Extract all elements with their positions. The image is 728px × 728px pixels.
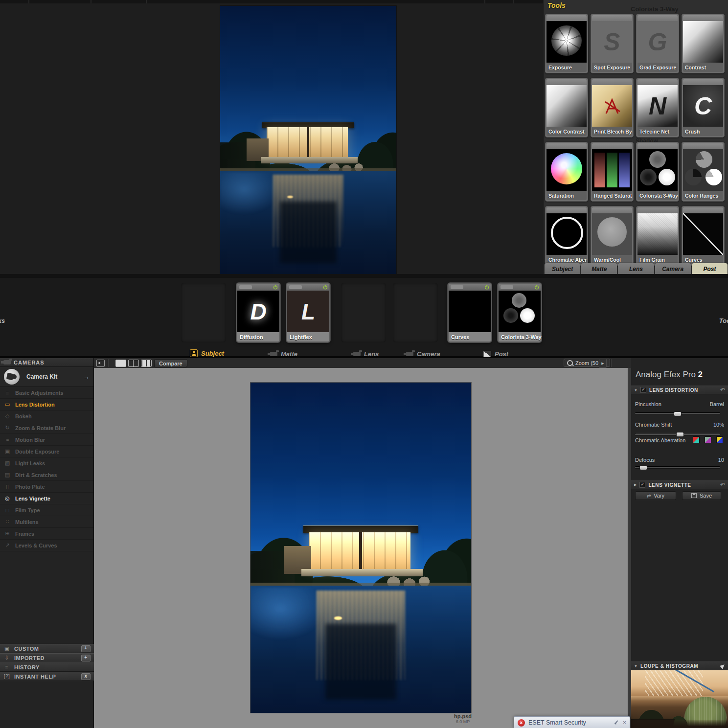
pin-icon[interactable] <box>614 720 619 725</box>
tool-tile-color-contrast[interactable]: Color Contrast <box>545 78 588 137</box>
bleach-bypass-icon <box>592 85 632 127</box>
reset-icon[interactable]: ↶ <box>720 387 725 393</box>
tab-post[interactable]: Post <box>692 263 728 274</box>
sidebar-item-light-leaks[interactable]: Light Leaks <box>0 457 93 469</box>
sidebar-item-double-exposure[interactable]: Double Exposure <box>0 446 93 457</box>
split-view-icon[interactable] <box>128 360 139 367</box>
yellow-blue-swatch[interactable] <box>716 436 723 443</box>
chain-tile-colorista[interactable]: Colorista 3-Way <box>498 283 542 342</box>
tool-tile-print-bleach-bypass[interactable]: Print Bleach Bypass <box>591 78 634 137</box>
cursor-pin-icon[interactable] <box>720 663 726 669</box>
tool-tile-chromatic-aberration[interactable]: Chromatic Aberration <box>545 206 588 266</box>
chain-tile-lightflex[interactable]: L Lightflex <box>286 283 330 342</box>
enabled-checkbox[interactable]: ✓ <box>640 387 646 393</box>
sidebar-item-basic-adjustments[interactable]: Basic Adjustments <box>0 387 93 399</box>
custom-section-bar[interactable]: CUSTOM + <box>0 644 94 653</box>
editor-canvas[interactable]: hp.psd 6.0 MP <box>94 368 628 728</box>
tab-camera[interactable]: Camera <box>655 263 691 274</box>
chain-tile-curves[interactable]: Curves <box>448 283 492 342</box>
collapse-arrow-icon[interactable]: ▼ <box>634 388 637 392</box>
arrow-right-icon[interactable]: → <box>83 373 90 381</box>
collapsed-arrow-icon[interactable]: ▶ <box>634 483 637 487</box>
vary-button[interactable]: ⇄ Vary <box>635 491 676 500</box>
tab-lens[interactable]: Lens <box>618 263 654 274</box>
tool-tile-curves[interactable]: Curves <box>682 206 725 266</box>
sidebar-item-film-type[interactable]: Film Type <box>0 504 93 516</box>
tool-tile-spot-exposure[interactable]: S Spot Exposure <box>591 14 634 73</box>
strip-tab-lens[interactable]: Lens <box>353 350 379 358</box>
letter-l-icon: L <box>287 291 329 332</box>
plate-icon <box>4 483 11 490</box>
single-view-icon[interactable] <box>115 360 126 367</box>
tool-tile-telecine-net[interactable]: N Telecine Net <box>636 78 679 137</box>
add-button[interactable]: + <box>81 655 91 661</box>
sidebar-item-dirt-scratches[interactable]: Dirt & Scratches <box>0 469 93 481</box>
chromatic-aberration-row: Chromatic Aberration <box>635 437 689 443</box>
sidebar-item-lens-distortion[interactable]: Lens Distortion <box>0 399 93 410</box>
chain-tile-diffusion[interactable]: D Diffusion <box>236 283 280 342</box>
slider-thumb[interactable] <box>674 411 682 416</box>
green-magenta-swatch[interactable] <box>705 436 711 443</box>
letter-s-icon: S <box>592 21 632 63</box>
aperture-icon <box>546 21 587 63</box>
loupe-preview[interactable] <box>631 670 728 728</box>
side-by-side-view-icon[interactable] <box>141 360 152 367</box>
hide-panel-icon[interactable] <box>96 360 105 367</box>
history-section-bar[interactable]: HISTORY <box>0 662 94 672</box>
collapse-arrow-icon[interactable]: ▼ <box>634 664 637 668</box>
tool-tile-crush[interactable]: C Crush <box>682 78 725 137</box>
compare-button[interactable]: Compare <box>154 359 187 367</box>
tool-tile-color-ranges[interactable]: Color Ranges <box>682 142 725 202</box>
chromatic-shift-slider[interactable] <box>635 433 720 435</box>
zoom-dropdown-arrow[interactable]: ▶ <box>599 359 607 368</box>
tool-tile-ranged-saturation[interactable]: Ranged Saturation <box>591 142 634 202</box>
sidebar-item-multilens[interactable]: Multilens <box>0 516 93 528</box>
tool-tile-grad-exposure[interactable]: G Grad Exposure <box>636 14 679 73</box>
sidebar-item-motion-blur[interactable]: Motion Blur <box>0 434 93 446</box>
sidebar-item-bokeh[interactable]: Bokeh <box>0 410 93 422</box>
strip-tab-matte[interactable]: Matte <box>270 350 297 358</box>
slider-thumb[interactable] <box>639 465 647 470</box>
tool-tile-contrast[interactable]: Contrast <box>682 14 725 73</box>
tile-label: Saturation <box>546 191 587 200</box>
sidebar-item-lens-vignette[interactable]: Lens Vignette <box>0 493 93 504</box>
defocus-slider[interactable] <box>635 467 720 468</box>
camera-kit-row[interactable]: Camera Kit → <box>0 367 93 387</box>
loupe-histogram-section-header[interactable]: ▼ LOUPE & HISTOGRAM <box>631 661 728 670</box>
loupe-ground <box>631 720 728 728</box>
tab-subject[interactable]: Subject <box>545 263 580 274</box>
imported-section-bar[interactable]: IMPORTED + <box>0 653 94 662</box>
tile-label: Contrast <box>683 63 723 72</box>
tool-tile-saturation[interactable]: Saturation <box>545 142 588 202</box>
close-icon[interactable]: × <box>623 719 626 726</box>
sidebar-item-zoom-rotate-blur[interactable]: Zoom & Rotate Blur <box>0 422 93 434</box>
enabled-checkbox[interactable]: ✓ <box>639 482 645 488</box>
red-cyan-swatch[interactable] <box>693 436 700 443</box>
tool-tile-exposure[interactable]: Exposure <box>545 14 588 73</box>
sidebar-item-photo-plate[interactable]: Photo Plate <box>0 481 93 493</box>
slider-thumb[interactable] <box>676 432 684 437</box>
reset-icon[interactable]: ↶ <box>720 481 725 488</box>
add-button[interactable]: + <box>81 645 91 652</box>
preview-image-main[interactable] <box>250 383 471 713</box>
distortion-slider[interactable] <box>635 413 720 414</box>
strip-tab-post[interactable]: Post <box>483 350 508 358</box>
tool-tile-film-grain[interactable]: Film Grain <box>636 206 679 266</box>
strip-tab-camera[interactable]: Camera <box>406 350 440 358</box>
lens-vignette-section-header[interactable]: ▶ ✓ LENS VIGNETTE ↶ <box>631 480 728 489</box>
instant-help-bar[interactable]: INSTANT HELP x <box>0 672 94 681</box>
lens-distortion-section-header[interactable]: ▼ ✓ LENS DISTORTION ↶ <box>631 386 728 394</box>
tool-tile-warm-cool[interactable]: Warm/Cool <box>591 206 634 266</box>
sidebar-item-levels-curves[interactable]: Levels & Curves <box>0 540 93 551</box>
tool-tile-colorista-3way[interactable]: Colorista 3-Way <box>636 142 679 202</box>
tile-header <box>449 284 491 291</box>
tab-matte[interactable]: Matte <box>581 263 617 274</box>
tile-label: Spot Exposure <box>592 63 632 72</box>
power-icon <box>534 285 539 290</box>
sidebar-item-frames[interactable]: Frames <box>0 528 93 540</box>
strip-tab-subject[interactable]: Subject <box>190 349 224 357</box>
photo-column <box>307 127 309 158</box>
eset-notification[interactable]: × ESET Smart Security × <box>514 716 630 728</box>
close-button[interactable]: x <box>81 673 91 680</box>
save-button[interactable]: Save <box>682 491 721 500</box>
